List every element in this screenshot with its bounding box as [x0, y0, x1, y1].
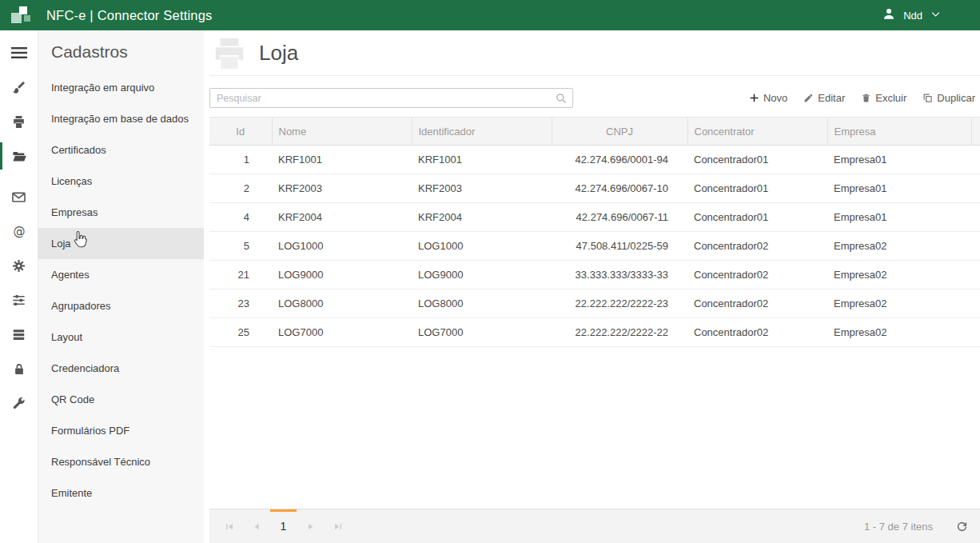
table-row[interactable]: 1KRF1001KRF100142.274.696/0001-94Concent… — [209, 146, 980, 174]
sidebar-item[interactable]: Loja — [38, 228, 204, 259]
data-grid: IdNomeIdentificadorCNPJConcentratorEmpre… — [209, 117, 980, 509]
sliders-icon[interactable] — [0, 284, 38, 316]
search-box — [209, 88, 573, 108]
table-row[interactable]: 21LOG9000LOG900033.333.333/3333-33Concen… — [209, 261, 980, 289]
search-input[interactable] — [210, 89, 572, 107]
chevron-down-icon — [930, 8, 942, 23]
refresh-button[interactable] — [955, 520, 969, 533]
table-cell: KRF2003 — [272, 174, 412, 203]
sidebar: Cadastros Integração em arquivoIntegraçã… — [38, 30, 204, 543]
sidebar-item[interactable]: Agrupadores — [38, 290, 204, 321]
column-header-filler — [971, 118, 980, 146]
delete-button[interactable]: Excluir — [861, 92, 906, 104]
sidebar-item[interactable]: Licenças — [38, 166, 204, 197]
toolbar: Novo Editar Excluir Duplicar — [209, 87, 980, 109]
table-cell: Empresa01 — [827, 146, 971, 174]
menu-toggle-icon[interactable] — [0, 37, 38, 69]
icon-rail: @ — [0, 30, 38, 543]
gear-icon[interactable] — [0, 250, 38, 281]
column-header[interactable]: Nome — [272, 118, 412, 146]
table-row[interactable]: 2KRF2003KRF200342.274.696/0067-10Concent… — [209, 174, 980, 203]
printer-icon[interactable] — [0, 106, 38, 138]
brush-icon[interactable] — [0, 71, 38, 103]
sidebar-item[interactable]: Empresas — [38, 197, 204, 228]
table-cell: LOG9000 — [272, 261, 412, 289]
column-header[interactable]: Concentrator — [687, 118, 827, 146]
sidebar-item[interactable]: Layout — [38, 321, 204, 353]
table-cell: Empresa02 — [827, 232, 971, 261]
next-icon — [305, 521, 317, 533]
table-row[interactable]: 25LOG7000LOG700022.222.222/2222-22Concen… — [209, 318, 980, 347]
sidebar-item[interactable]: Emitente — [38, 477, 204, 509]
user-menu[interactable]: Ndd — [882, 6, 970, 24]
at-sign-icon[interactable]: @ — [0, 215, 38, 247]
sidebar-item[interactable]: Agentes — [38, 259, 204, 290]
sidebar-item[interactable]: Integração em base de dados — [38, 103, 204, 134]
table-cell: Empresa02 — [827, 289, 971, 318]
page-number-current[interactable]: 1 — [270, 509, 297, 543]
table-cell: Empresa01 — [827, 203, 971, 232]
table-cell: LOG7000 — [272, 318, 412, 347]
lock-icon[interactable] — [0, 353, 38, 385]
pencil-icon — [803, 93, 814, 103]
table-cell-filler — [971, 289, 980, 318]
table-cell: 47.508.411/0225-59 — [552, 232, 687, 261]
table-cell: KRF1001 — [272, 146, 412, 174]
sidebar-item[interactable]: Responsável Técnico — [38, 446, 204, 477]
table-cell: Empresa02 — [827, 261, 971, 289]
toolbar-buttons: Novo Editar Excluir Duplicar — [749, 92, 975, 104]
next-page-button[interactable] — [298, 509, 322, 543]
content-area: Novo Editar Excluir Duplicar — [209, 76, 980, 543]
user-name: Ndd — [903, 10, 922, 22]
sidebar-item[interactable]: Certificados — [38, 134, 204, 166]
wrench-icon[interactable] — [0, 387, 38, 419]
page-title: Loja — [259, 41, 298, 66]
table-row[interactable]: 23LOG8000LOG800022.222.222/2222-23Concen… — [209, 289, 980, 318]
prev-icon — [251, 521, 263, 533]
edit-button[interactable]: Editar — [803, 92, 845, 104]
table-cell: 1 — [209, 146, 272, 174]
table-cell: 22.222.222/2222-22 — [552, 318, 687, 347]
pager: 1 1 - 7 de 7 itens — [209, 509, 980, 543]
table-cell: Concentrador01 — [687, 174, 827, 203]
duplicate-button-label: Duplicar — [937, 92, 975, 104]
table-cell: 22.222.222/2222-23 — [552, 289, 687, 318]
table-row[interactable]: 4KRF2004KRF200442.274.696/0067-11Concent… — [209, 203, 980, 232]
table-cell: Concentrador02 — [687, 261, 827, 289]
column-header[interactable]: Identificador — [412, 118, 552, 146]
last-page-button[interactable] — [325, 509, 349, 543]
table-cell: LOG1000 — [412, 232, 552, 261]
sidebar-item[interactable]: Integração em arquivo — [38, 72, 204, 103]
search-icon[interactable] — [555, 92, 568, 108]
new-button[interactable]: Novo — [749, 92, 787, 104]
table-cell: 33.333.333/3333-33 — [552, 261, 687, 289]
table-row[interactable]: 5LOG1000LOG100047.508.411/0225-59Concent… — [209, 232, 980, 261]
first-page-button[interactable] — [217, 509, 241, 543]
table-cell: KRF2004 — [412, 203, 552, 232]
column-header[interactable]: Empresa — [827, 118, 971, 146]
sidebar-title: Cadastros — [38, 30, 204, 72]
table-cell: 25 — [209, 318, 272, 347]
column-header[interactable]: CNPJ — [552, 118, 687, 146]
table-cell-filler — [971, 174, 980, 203]
sidebar-item[interactable]: Formulários PDF — [38, 415, 204, 446]
svg-text:@: @ — [13, 224, 25, 238]
app-logo-icon — [11, 5, 34, 26]
sidebar-menu: Integração em arquivoIntegração em base … — [38, 72, 204, 509]
table-cell-filler — [971, 261, 980, 289]
table-cell: Concentrador01 — [687, 146, 827, 174]
table-cell: 21 — [209, 261, 272, 289]
sidebar-item[interactable]: Credenciadora — [38, 353, 204, 384]
trash-icon — [861, 93, 871, 103]
sidebar-item[interactable]: QR Code — [38, 384, 204, 415]
folder-open-icon[interactable] — [0, 140, 38, 172]
table-cell: 4 — [209, 203, 272, 232]
layers-icon[interactable] — [0, 318, 38, 350]
page-header: Loja — [209, 30, 980, 76]
column-header[interactable]: Id — [209, 118, 272, 146]
table-cell: Concentrador01 — [687, 203, 827, 232]
mail-icon[interactable] — [0, 181, 38, 213]
pager-info: 1 - 7 de 7 itens — [864, 521, 933, 533]
duplicate-button[interactable]: Duplicar — [922, 92, 975, 104]
prev-page-button[interactable] — [245, 509, 269, 543]
